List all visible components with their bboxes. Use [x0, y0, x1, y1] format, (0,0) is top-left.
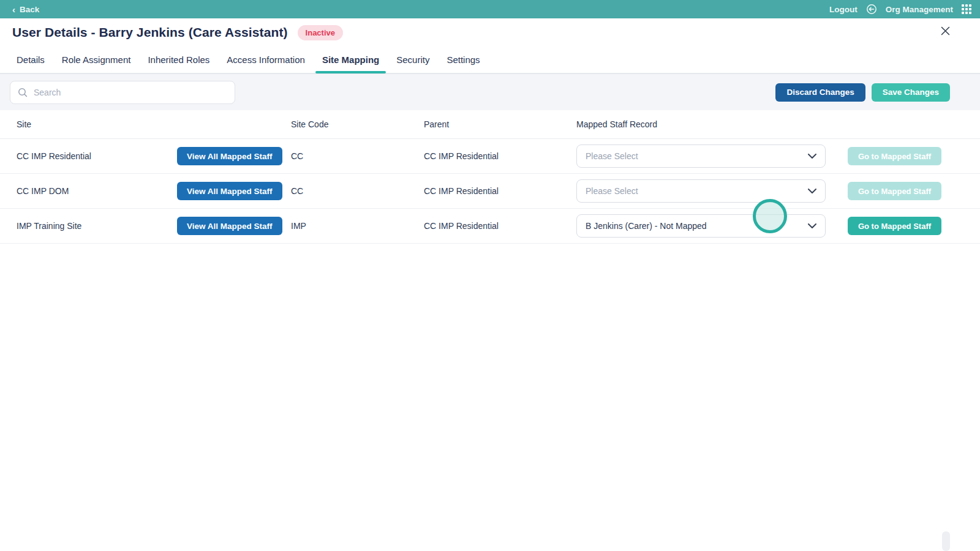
site-name: CC IMP DOM — [17, 186, 69, 196]
view-all-mapped-staff-button[interactable]: View All Mapped Staff — [177, 147, 282, 165]
view-all-mapped-staff-button[interactable]: View All Mapped Staff — [177, 182, 282, 200]
parent-site: CC IMP Residential — [424, 151, 499, 161]
tab-inherited-roles[interactable]: Inherited Roles — [148, 47, 209, 73]
mapped-staff-value: Please Select — [586, 186, 638, 196]
goto-mapped-staff-button: Go to Mapped Staff — [848, 182, 941, 200]
tab-label: Security — [396, 54, 429, 65]
tab-details[interactable]: Details — [17, 47, 45, 73]
close-icon[interactable] — [938, 24, 952, 37]
column-header-parent: Parent — [424, 119, 449, 129]
goto-mapped-staff-button[interactable]: Go to Mapped Staff — [848, 217, 941, 235]
mapped-staff-value: Please Select — [586, 151, 638, 161]
top-bar: ‹ Back Logout Org Management — [0, 0, 980, 18]
tab-label: Inherited Roles — [148, 54, 209, 65]
view-all-mapped-staff-button[interactable]: View All Mapped Staff — [177, 217, 282, 235]
site-code: CC — [291, 186, 303, 196]
site-name: IMP Training Site — [17, 221, 81, 231]
status-badge: Inactive — [298, 25, 343, 40]
toolbar: Discard Changes Save Changes — [0, 73, 980, 110]
tab-label: Site Mapping — [322, 54, 379, 65]
mapped-staff-select[interactable]: Please Select — [576, 179, 826, 203]
table-row: IMP Training Site View All Mapped Staff … — [0, 209, 980, 244]
org-management-link[interactable]: Org Management — [886, 5, 953, 14]
tab-label: Access Information — [227, 54, 305, 65]
tab-label: Details — [17, 54, 45, 65]
apps-grid-icon[interactable] — [962, 4, 971, 14]
tab-site-mapping[interactable]: Site Mapping — [322, 47, 379, 73]
page-title: User Details - Barry Jenkins (Care Assis… — [12, 25, 288, 40]
search-box[interactable] — [10, 81, 235, 104]
tab-role-assignment[interactable]: Role Assignment — [62, 47, 131, 73]
back-button[interactable]: ‹ Back — [12, 5, 39, 14]
column-header-mapped-staff-record: Mapped Staff Record — [576, 119, 657, 129]
site-name: CC IMP Residential — [17, 151, 91, 161]
discard-changes-button[interactable]: Discard Changes — [775, 83, 865, 102]
search-input[interactable] — [34, 88, 227, 97]
table-row: CC IMP DOM View All Mapped Staff CC CC I… — [0, 174, 980, 209]
table-row: CC IMP Residential View All Mapped Staff… — [0, 139, 980, 174]
goto-mapped-staff-button: Go to Mapped Staff — [848, 147, 941, 165]
tab-label: Settings — [447, 54, 480, 65]
mapped-staff-select[interactable]: Please Select — [576, 144, 826, 168]
mapped-staff-value: B Jenkins (Carer) - Not Mapped — [586, 221, 707, 231]
tabs: Details Role Assignment Inherited Roles … — [0, 47, 980, 73]
logout-icon[interactable] — [866, 4, 877, 15]
parent-site: CC IMP Residential — [424, 221, 499, 231]
tab-settings[interactable]: Settings — [447, 47, 480, 73]
column-header-site: Site — [17, 119, 31, 129]
logout-button[interactable]: Logout — [829, 5, 858, 14]
table-header: Site Site Code Parent Mapped Staff Recor… — [0, 110, 980, 139]
mapped-staff-select[interactable]: B Jenkins (Carer) - Not Mapped — [576, 214, 826, 238]
tab-access-information[interactable]: Access Information — [227, 47, 305, 73]
scrollbar-thumb[interactable] — [942, 531, 950, 551]
page-header: User Details - Barry Jenkins (Care Assis… — [0, 18, 980, 47]
site-mapping-table: Site Site Code Parent Mapped Staff Recor… — [0, 110, 980, 244]
chevron-down-icon — [808, 154, 816, 159]
chevron-down-icon — [808, 223, 816, 228]
chevron-down-icon — [808, 189, 816, 193]
back-label: Back — [20, 5, 39, 14]
back-chevron-icon: ‹ — [12, 5, 15, 14]
table-body: CC IMP Residential View All Mapped Staff… — [0, 139, 980, 244]
parent-site: CC IMP Residential — [424, 186, 499, 196]
site-code: CC — [291, 151, 303, 161]
search-icon — [18, 88, 28, 97]
site-code: IMP — [291, 221, 306, 231]
tab-security[interactable]: Security — [396, 47, 429, 73]
column-header-site-code: Site Code — [291, 119, 328, 129]
tab-label: Role Assignment — [62, 54, 131, 65]
save-changes-button[interactable]: Save Changes — [872, 83, 950, 102]
